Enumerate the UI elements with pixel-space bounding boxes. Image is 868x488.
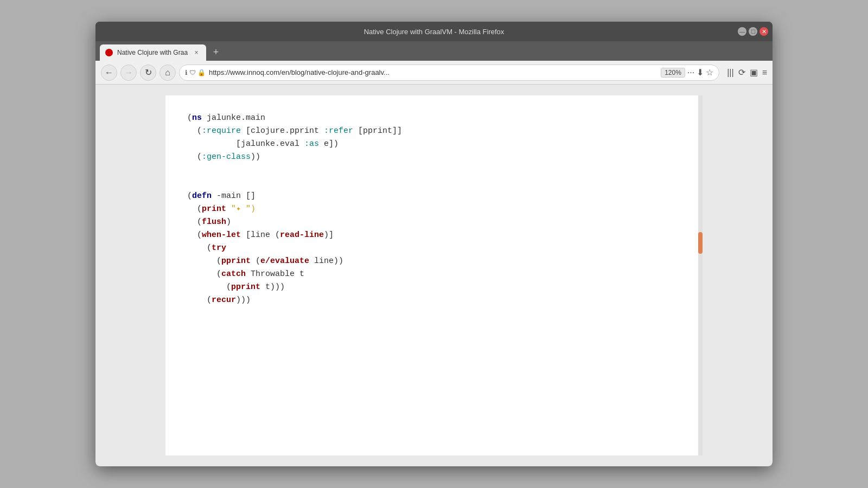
- code-line: (:gen-class)): [187, 151, 681, 164]
- browser-tab[interactable]: Native Clojure with Graa ×: [100, 44, 206, 61]
- zoom-level: 120%: [661, 68, 685, 78]
- home-button[interactable]: ⌂: [159, 65, 176, 81]
- code-line: (pprint t))): [187, 281, 681, 294]
- more-options-icon[interactable]: ···: [687, 68, 694, 78]
- info-icon: ℹ: [185, 69, 188, 76]
- code-line: (catch Throwable t: [187, 268, 681, 281]
- library-icon[interactable]: |||: [727, 68, 733, 78]
- page-content: (ns jalunke.main (:require [clojure.ppri…: [95, 85, 773, 466]
- window-title: Native Clojure with GraalVM - Mozilla Fi…: [364, 28, 505, 36]
- tab-title: Native Clojure with Graa: [117, 49, 188, 56]
- back-button[interactable]: ←: [101, 65, 117, 81]
- address-right-controls: 120% ··· ⬇ ☆: [661, 67, 713, 78]
- browser-window: Native Clojure with GraalVM - Mozilla Fi…: [95, 22, 773, 466]
- tab-bar: Native Clojure with Graa × +: [95, 41, 773, 61]
- lock-icon: 🔒: [197, 69, 206, 76]
- title-bar: Native Clojure with GraalVM - Mozilla Fi…: [95, 22, 773, 41]
- bookmark-icon[interactable]: ☆: [706, 67, 713, 78]
- code-line: (pprint (e/evaluate line)): [187, 255, 681, 268]
- close-button[interactable]: ✕: [760, 27, 768, 36]
- forward-button[interactable]: →: [120, 65, 137, 81]
- code-block: (ns jalunke.main (:require [clojure.ppri…: [187, 112, 681, 307]
- scrollbar-thumb[interactable]: [698, 232, 703, 254]
- code-line: [187, 164, 681, 177]
- tab-close-button[interactable]: ×: [192, 48, 201, 57]
- minimize-button[interactable]: —: [738, 27, 746, 36]
- tab-favicon: [105, 49, 113, 56]
- new-tab-button[interactable]: +: [208, 44, 224, 60]
- code-line: (defn -main []: [187, 190, 681, 203]
- scrollbar-track[interactable]: [698, 95, 703, 455]
- address-bar[interactable]: ℹ 🛡 🔒 https://www.innoq.com/en/blog/nati…: [179, 65, 719, 81]
- code-line: (:require [clojure.pprint :refer [pprint…: [187, 125, 681, 138]
- shield-icon: 🛡: [189, 69, 196, 76]
- article-container: (ns jalunke.main (:require [clojure.ppri…: [165, 95, 703, 455]
- url-display: https://www.innoq.com/en/blog/native-clo…: [209, 68, 658, 76]
- sidebar-icon[interactable]: ▣: [750, 67, 758, 78]
- code-line: (try: [187, 242, 681, 255]
- history-icon[interactable]: ⟳: [738, 67, 745, 78]
- code-line: (ns jalunke.main: [187, 112, 681, 125]
- code-line: (print "✦ "): [187, 203, 681, 216]
- code-line: [jalunke.eval :as e]): [187, 138, 681, 151]
- address-security-icons: ℹ 🛡 🔒: [185, 69, 206, 76]
- code-line: (when-let [line (read-line)]: [187, 229, 681, 242]
- window-controls: — ☐ ✕: [738, 27, 768, 36]
- navigation-bar: ← → ↻ ⌂ ℹ 🛡 🔒 https://www.innoq.com/en/b…: [95, 61, 773, 85]
- nav-right-icons: ||| ⟳ ▣ ≡: [727, 67, 767, 78]
- code-line: [187, 177, 681, 190]
- maximize-button[interactable]: ☐: [749, 27, 757, 36]
- reload-button[interactable]: ↻: [140, 65, 156, 81]
- code-line: (recur))): [187, 294, 681, 307]
- menu-icon[interactable]: ≡: [762, 68, 767, 78]
- pocket-icon[interactable]: ⬇: [697, 67, 704, 78]
- code-line: (flush): [187, 216, 681, 229]
